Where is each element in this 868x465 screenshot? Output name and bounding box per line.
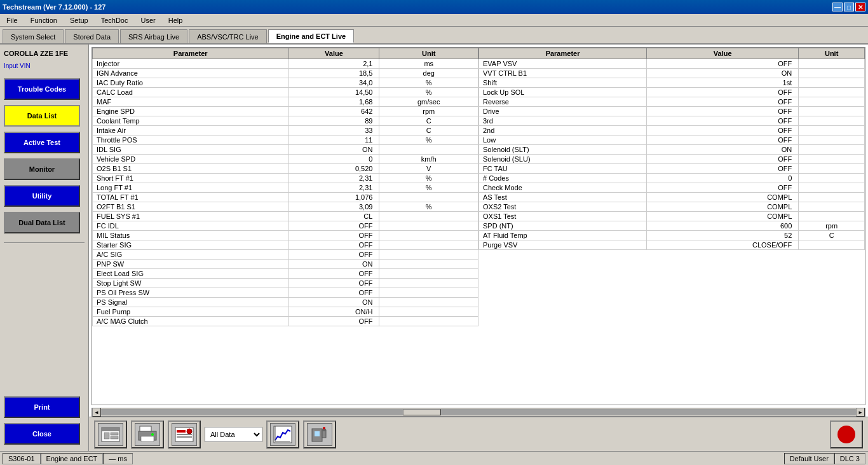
- table-left: Parameter Value Unit Injector 2,1 ms IGN…: [92, 48, 478, 326]
- unit-cell: [799, 212, 865, 221]
- right-value-header: Value: [647, 48, 799, 59]
- table-row: FC TAU OFF: [479, 164, 865, 174]
- unit-cell: [379, 231, 478, 240]
- param-cell: Stop Light SW: [93, 279, 289, 288]
- table-row: O2FT B1 S1 3,09 %: [93, 202, 478, 212]
- table-row: Engine SPD 642 rpm: [93, 107, 478, 116]
- left-unit-header: Unit: [379, 48, 478, 59]
- value-cell: OFF: [288, 269, 379, 279]
- menu-setup[interactable]: Setup: [66, 15, 92, 25]
- unit-cell: deg: [379, 69, 478, 78]
- unit-cell: C: [379, 116, 478, 126]
- value-cell: CL: [288, 212, 379, 221]
- monitor-btn[interactable]: Monitor: [4, 158, 80, 180]
- param-cell: Drive: [479, 107, 647, 116]
- value-cell: 33: [288, 126, 379, 135]
- close-window-btn[interactable]: ✕: [855, 3, 865, 11]
- print-btn[interactable]: Print: [4, 396, 80, 418]
- close-btn[interactable]: Close: [4, 423, 80, 445]
- active-test-btn[interactable]: Active Test: [4, 132, 80, 153]
- scroll-thumb[interactable]: [403, 409, 441, 415]
- trouble-codes-btn[interactable]: Trouble Codes: [4, 78, 80, 100]
- table-row: Starter SIG OFF: [93, 240, 478, 250]
- input-vin-label[interactable]: Input VIN: [4, 62, 85, 69]
- table-row: Vehicle SPD 0 km/h: [93, 155, 478, 164]
- param-cell: Solenoid (SLT): [479, 145, 647, 155]
- data-filter-select[interactable]: All Data Engine Data O2 Data: [205, 427, 262, 442]
- dual-data-list-btn[interactable]: Dual Data List: [4, 212, 80, 233]
- value-cell: 2,31: [288, 174, 379, 183]
- tab-abs-vsc[interactable]: ABS/VSC/TRC Live: [189, 29, 267, 43]
- tab-stored-data[interactable]: Stored Data: [65, 29, 119, 43]
- menu-user[interactable]: User: [137, 15, 159, 25]
- param-cell: Low: [479, 135, 647, 145]
- record-indicator: [837, 426, 855, 443]
- unit-cell: [799, 116, 865, 126]
- table-row: IDL SIG ON: [93, 145, 478, 155]
- value-cell: 2,1: [288, 59, 379, 69]
- param-cell: MIL Status: [93, 231, 289, 240]
- param-cell: A/C SIG: [93, 250, 289, 260]
- unit-cell: C: [379, 126, 478, 135]
- menu-help[interactable]: Help: [165, 15, 187, 25]
- app-title: Techstream (Ver 7.12.000) - 127: [3, 3, 105, 11]
- value-cell: 52: [647, 231, 799, 240]
- svg-rect-4: [111, 436, 118, 439]
- param-cell: 3rd: [479, 116, 647, 126]
- unit-cell: %: [379, 135, 478, 145]
- param-cell: FC IDL: [93, 221, 289, 231]
- table-row: Low OFF: [479, 135, 865, 145]
- tab-engine-ect[interactable]: Engine and ECT Live: [268, 29, 354, 43]
- snapshot-btn[interactable]: [94, 420, 127, 448]
- table-row: # Codes 0: [479, 174, 865, 183]
- unit-cell: [799, 59, 865, 69]
- value-cell: 0: [647, 174, 799, 183]
- value-cell: 0,520: [288, 164, 379, 174]
- scroll-right-btn[interactable]: ►: [856, 408, 865, 417]
- param-cell: FC TAU: [479, 164, 647, 174]
- graph-btn[interactable]: [266, 420, 299, 448]
- param-cell: 2nd: [479, 126, 647, 135]
- status-system: Engine and ECT: [41, 453, 104, 464]
- data-table-container[interactable]: Parameter Value Unit Injector 2,1 ms IGN…: [92, 47, 865, 405]
- svg-rect-10: [177, 430, 186, 433]
- fuel-btn[interactable]: [303, 420, 336, 448]
- print-toolbar-btn[interactable]: [131, 420, 164, 448]
- unit-cell: km/h: [379, 155, 478, 164]
- maximize-btn[interactable]: □: [844, 3, 854, 11]
- unit-cell: [799, 69, 865, 78]
- status-user: Default User: [784, 453, 834, 464]
- menu-function[interactable]: Function: [27, 15, 61, 25]
- param-cell: Injector: [93, 59, 289, 69]
- unit-cell: [799, 88, 865, 97]
- record-stop-btn[interactable]: [830, 420, 863, 448]
- status-dlc: DLC 3: [834, 453, 865, 464]
- menu-techdoc[interactable]: TechDoc: [97, 15, 132, 25]
- sidebar: COROLLA ZZE 1FE Input VIN Trouble Codes …: [0, 45, 89, 451]
- svg-rect-14: [274, 426, 292, 443]
- value-cell: OFF: [647, 97, 799, 107]
- table-row: Short FT #1 2,31 %: [93, 174, 478, 183]
- record-toolbar-btn[interactable]: [168, 420, 201, 448]
- param-cell: Purge VSV: [479, 240, 647, 250]
- table-row: A/C SIG OFF: [93, 250, 478, 260]
- scroll-left-btn[interactable]: ◄: [92, 408, 101, 417]
- svg-point-13: [187, 429, 192, 434]
- table-row: FC IDL OFF: [93, 221, 478, 231]
- value-cell: OFF: [288, 279, 379, 288]
- data-list-btn[interactable]: Data List: [4, 105, 80, 127]
- unit-cell: [799, 126, 865, 135]
- minimize-btn[interactable]: —: [832, 3, 843, 11]
- tab-srs-airbag[interactable]: SRS Airbag Live: [120, 29, 187, 43]
- table-row: A/C MAG Clutch OFF: [93, 317, 478, 326]
- param-cell: O2FT B1 S1: [93, 202, 289, 212]
- scroll-track[interactable]: [101, 409, 856, 415]
- horizontal-scrollbar[interactable]: ◄ ►: [92, 408, 865, 417]
- value-cell: OFF: [647, 164, 799, 174]
- tab-system-select[interactable]: System Select: [3, 29, 64, 43]
- param-cell: Starter SIG: [93, 240, 289, 250]
- table-row: VVT CTRL B1 ON: [479, 69, 865, 78]
- unit-cell: [379, 193, 478, 202]
- menu-file[interactable]: File: [3, 15, 22, 25]
- utility-btn[interactable]: Utility: [4, 185, 80, 207]
